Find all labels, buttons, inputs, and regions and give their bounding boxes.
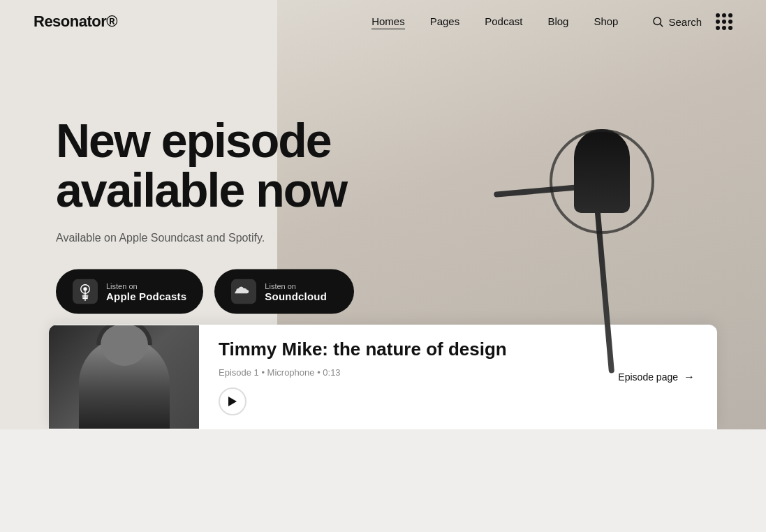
svg-point-0 bbox=[654, 17, 661, 25]
nav-link-pages[interactable]: Pages bbox=[430, 15, 460, 27]
nav-link-podcast[interactable]: Podcast bbox=[485, 15, 522, 27]
grid-menu-icon[interactable] bbox=[716, 13, 732, 30]
episode-meta: Episode 1 • Microphone • 0:13 bbox=[219, 367, 598, 378]
nav-link-blog[interactable]: Blog bbox=[547, 15, 568, 27]
cta-buttons: Listen on Apple Podcasts Listen on Sound… bbox=[56, 269, 489, 314]
soundcloud-text: Listen on Soundcloud bbox=[265, 281, 327, 302]
nav-link-homes[interactable]: Homes bbox=[371, 15, 405, 29]
episode-thumbnail bbox=[49, 325, 199, 429]
hero-subtext: Available on Apple Soundcast and Spotify… bbox=[56, 232, 489, 244]
soundcloud-icon bbox=[231, 279, 256, 304]
search-button[interactable]: Search bbox=[651, 15, 702, 28]
nav-link-shop[interactable]: Shop bbox=[594, 15, 618, 27]
search-icon bbox=[651, 15, 664, 28]
svg-marker-8 bbox=[228, 397, 237, 406]
episode-card: Timmy Mike: the nature of design Episode… bbox=[49, 325, 717, 429]
soundcloud-button[interactable]: Listen on Soundcloud bbox=[214, 269, 354, 314]
episode-title: Timmy Mike: the nature of design bbox=[219, 339, 598, 360]
episode-play-button[interactable] bbox=[219, 387, 246, 415]
brand-logo[interactable]: Resonator® bbox=[34, 13, 117, 31]
apple-podcasts-button[interactable]: Listen on Apple Podcasts bbox=[56, 269, 203, 314]
play-icon bbox=[228, 396, 237, 407]
episode-info: Timmy Mike: the nature of design Episode… bbox=[199, 325, 618, 429]
apple-podcasts-text: Listen on Apple Podcasts bbox=[106, 281, 186, 302]
navbar: Resonator® Homes Pages Podcast Blog Shop… bbox=[0, 0, 766, 43]
episode-page-link[interactable]: Episode page → bbox=[618, 371, 695, 383]
svg-line-1 bbox=[661, 24, 663, 26]
hero-section: New episode available now Available on A… bbox=[0, 0, 766, 429]
apple-podcasts-icon bbox=[73, 279, 98, 304]
search-label: Search bbox=[668, 16, 702, 28]
hero-headline: New episode available now bbox=[56, 115, 489, 215]
arrow-right-icon: → bbox=[684, 371, 695, 383]
svg-point-4 bbox=[83, 288, 87, 291]
